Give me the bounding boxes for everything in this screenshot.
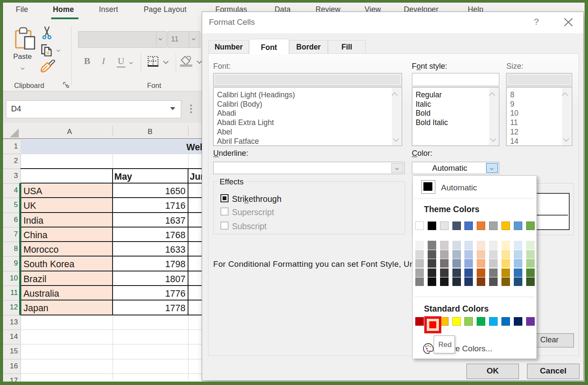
size-list-scroll-down-icon[interactable]: [563, 137, 568, 142]
dialog-titlebar[interactable]: [202, 12, 583, 33]
borders-icon[interactable]: [147, 55, 159, 67]
copy-icon[interactable]: [41, 44, 54, 56]
font-list-item[interactable]: Calibri (Body): [217, 100, 262, 109]
size-list-scroll-up-icon[interactable]: [563, 93, 568, 98]
theme-variant-swatch[interactable]: [440, 241, 449, 249]
dialog-help-icon[interactable]: ?: [534, 17, 539, 27]
theme-variant-swatch[interactable]: [514, 241, 522, 249]
theme-variant-swatch[interactable]: [514, 268, 522, 277]
strikethrough-checkbox[interactable]: [220, 194, 229, 202]
theme-variant-swatch[interactable]: [526, 277, 535, 286]
theme-variant-swatch[interactable]: [452, 241, 461, 249]
font-style-list-scroll-up-icon[interactable]: [490, 93, 495, 98]
theme-color-swatch[interactable]: [477, 222, 485, 230]
font-size-chevron-icon[interactable]: [192, 37, 195, 40]
size-list-item[interactable]: 9: [510, 100, 514, 109]
row-header-8[interactable]: 8: [3, 245, 18, 253]
font-list-item[interactable]: Abadi: [217, 109, 236, 118]
row-header-3[interactable]: 3: [3, 172, 18, 180]
font-list[interactable]: Calibri Light (Headings)Calibri (Body)Ab…: [213, 87, 402, 146]
column-header-a[interactable]: A: [67, 128, 72, 136]
standard-color-swatch[interactable]: [501, 317, 510, 326]
size-list-scrollbar[interactable]: [562, 88, 571, 145]
size-list-item[interactable]: 12: [510, 128, 518, 137]
dialog-tab-border[interactable]: Border: [289, 40, 328, 53]
standard-color-swatch[interactable]: [452, 317, 461, 326]
theme-variant-swatch[interactable]: [440, 277, 449, 286]
row-header-10[interactable]: 10: [3, 274, 18, 283]
theme-variant-swatch[interactable]: [526, 241, 535, 249]
color-combo[interactable]: Automatic: [412, 162, 499, 174]
theme-color-swatch[interactable]: [415, 222, 424, 230]
paste-label[interactable]: Paste: [13, 52, 32, 61]
theme-variant-swatch[interactable]: [440, 250, 449, 259]
palette-icon[interactable]: [423, 343, 434, 355]
font-list-item[interactable]: Abel: [217, 128, 232, 137]
format-painter-icon[interactable]: [40, 60, 55, 73]
theme-color-swatch[interactable]: [514, 222, 522, 230]
theme-variant-swatch[interactable]: [501, 241, 510, 249]
font-list-item[interactable]: Calibri Light (Headings): [217, 90, 295, 100]
cut-icon[interactable]: [42, 26, 52, 39]
row-header-4[interactable]: 4: [3, 186, 18, 195]
font-style-list-scrollbar[interactable]: [489, 88, 498, 145]
size-list-item[interactable]: 10: [510, 109, 518, 118]
theme-variant-swatch[interactable]: [440, 268, 449, 277]
ribbon-tab-page-layout[interactable]: Page Layout: [144, 5, 186, 14]
font-style-item[interactable]: Italic: [416, 100, 431, 109]
ribbon-tab-file[interactable]: File: [16, 5, 28, 14]
theme-variant-swatch[interactable]: [489, 241, 498, 249]
theme-variant-swatch[interactable]: [428, 250, 436, 259]
standard-color-swatch[interactable]: [489, 317, 498, 326]
row-header-12[interactable]: 12: [3, 303, 18, 312]
font-list-item[interactable]: Abadi Extra Light: [217, 118, 274, 128]
font-list-scroll-down-icon[interactable]: [393, 137, 398, 142]
ribbon-tab-insert[interactable]: Insert: [99, 5, 118, 14]
copy-chevron-icon[interactable]: [57, 49, 60, 52]
theme-variant-swatch[interactable]: [514, 250, 522, 259]
font-style-item[interactable]: Regular: [416, 90, 442, 100]
automatic-swatch[interactable]: [421, 180, 435, 194]
row-header-2[interactable]: 2: [3, 157, 18, 165]
font-style-list[interactable]: RegularItalicBoldBold Italic: [412, 87, 499, 146]
standard-color-swatch[interactable]: [514, 317, 522, 326]
size-list-item[interactable]: 11: [510, 118, 518, 128]
superscript-checkbox[interactable]: [220, 207, 229, 216]
font-list-item[interactable]: Abril Fatface: [217, 137, 259, 146]
row-header-16[interactable]: 16: [3, 362, 18, 370]
theme-variant-swatch[interactable]: [514, 277, 522, 286]
select-all-corner[interactable]: [10, 128, 19, 137]
theme-variant-swatch[interactable]: [452, 259, 461, 268]
underline-chevron-icon[interactable]: [129, 61, 132, 64]
theme-variant-swatch[interactable]: [464, 241, 473, 249]
row-header-6[interactable]: 6: [3, 216, 18, 224]
font-name-combo[interactable]: [78, 31, 167, 48]
name-box[interactable]: D4: [6, 100, 181, 118]
theme-variant-swatch[interactable]: [440, 259, 449, 268]
standard-color-swatch[interactable]: [464, 317, 473, 326]
column-header-b[interactable]: B: [148, 128, 152, 136]
standard-color-swatch[interactable]: [415, 317, 424, 326]
theme-color-swatch[interactable]: [464, 222, 473, 230]
theme-variant-swatch[interactable]: [477, 250, 485, 259]
theme-variant-swatch[interactable]: [428, 259, 436, 268]
font-name-chevron-icon[interactable]: [159, 37, 162, 40]
clipboard-dialog-launcher-icon[interactable]: [63, 82, 69, 88]
theme-variant-swatch[interactable]: [415, 250, 424, 259]
name-box-dropdown-icon[interactable]: [170, 107, 175, 110]
font-style-item[interactable]: Bold: [416, 109, 431, 118]
row-header-5[interactable]: 5: [3, 201, 18, 209]
automatic-label[interactable]: Automatic: [441, 183, 477, 192]
theme-variant-swatch[interactable]: [452, 268, 461, 277]
theme-variant-swatch[interactable]: [464, 259, 473, 268]
color-combo-button[interactable]: [486, 163, 498, 173]
theme-variant-swatch[interactable]: [464, 250, 473, 259]
theme-variant-swatch[interactable]: [415, 259, 424, 268]
size-list-item[interactable]: 8: [510, 90, 514, 100]
theme-variant-swatch[interactable]: [477, 277, 485, 286]
theme-variant-swatch[interactable]: [501, 277, 510, 286]
theme-variant-swatch[interactable]: [489, 259, 498, 268]
underline-button[interactable]: U: [117, 55, 125, 67]
standard-color-swatch[interactable]: [526, 317, 535, 326]
theme-variant-swatch[interactable]: [464, 277, 473, 286]
